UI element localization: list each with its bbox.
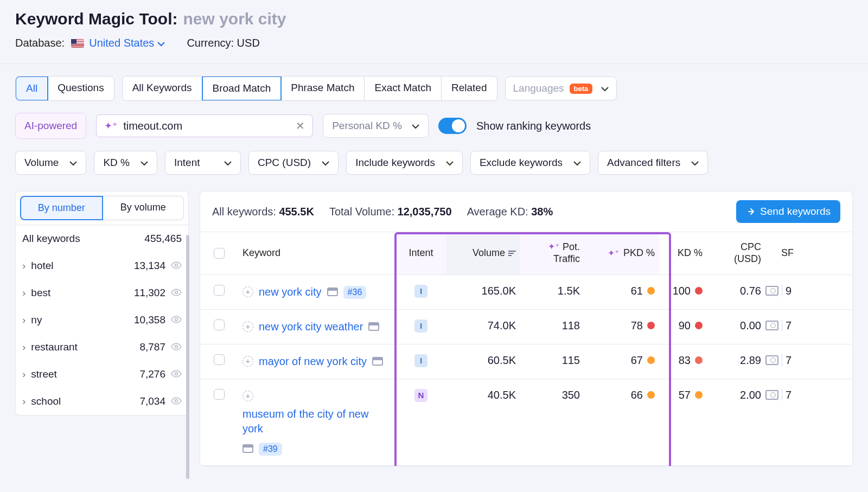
sidebar-tab-by-number[interactable]: By number xyxy=(20,196,103,220)
row-checkbox[interactable] xyxy=(214,285,225,296)
clear-icon[interactable]: ✕ xyxy=(296,119,305,132)
sidebar-all-keywords[interactable]: All keywords 455,465 xyxy=(16,225,188,252)
col-sf[interactable]: SF xyxy=(765,232,798,274)
show-ranking-toggle[interactable] xyxy=(438,118,467,134)
sidebar-item[interactable]: ›best11,302 xyxy=(16,279,188,306)
filter-cpc[interactable]: CPC (USD) xyxy=(248,151,339,175)
chevron-right-icon: › xyxy=(22,314,25,326)
tab-broad-match[interactable]: Broad Match xyxy=(202,76,282,101)
keyword-link[interactable]: new york city xyxy=(259,285,322,299)
eye-icon[interactable] xyxy=(171,341,182,353)
table-row: + museum of the city of new york #39 N 4… xyxy=(200,379,852,466)
serp-features-icon[interactable] xyxy=(765,355,778,365)
eye-icon[interactable] xyxy=(171,368,182,380)
serp-features-icon[interactable] xyxy=(765,321,778,330)
volume-value: 60.5K xyxy=(446,354,520,367)
rank-badge: #36 xyxy=(343,286,367,299)
sf-value: 9 xyxy=(786,285,792,297)
tab-questions[interactable]: Questions xyxy=(48,76,114,100)
row-checkbox[interactable] xyxy=(214,389,225,400)
col-pot-traffic[interactable]: ✦⁺Pot.Traffic xyxy=(520,232,584,274)
row-checkbox[interactable] xyxy=(214,354,225,365)
sidebar-item[interactable]: ›hotel13,134 xyxy=(16,252,188,279)
personal-kd-dropdown[interactable]: Personal KD % xyxy=(323,114,429,138)
add-icon[interactable]: + xyxy=(242,321,253,332)
send-keywords-button[interactable]: Send keywords xyxy=(736,200,840,223)
keyword-link[interactable]: new york city weather xyxy=(259,320,363,334)
table-row: + new york city #36 I 165.0K 1.5K 61 100… xyxy=(200,275,852,310)
database-selector[interactable]: United States xyxy=(89,37,165,49)
col-kd[interactable]: KD % xyxy=(659,232,707,274)
difficulty-dot-icon xyxy=(695,391,703,399)
col-pkd[interactable]: ✦⁺PKD % xyxy=(584,232,659,274)
sidebar-item-count: 7,276 xyxy=(139,368,165,380)
filter-exclude[interactable]: Exclude keywords xyxy=(470,151,590,175)
add-icon[interactable]: + xyxy=(242,356,253,367)
tab-exact-match[interactable]: Exact Match xyxy=(365,76,442,100)
filter-include[interactable]: Include keywords xyxy=(346,151,463,175)
intent-badge: N xyxy=(414,389,427,402)
serp-icon[interactable] xyxy=(327,287,338,296)
sidebar-scrollbar[interactable] xyxy=(186,235,190,492)
sidebar-item[interactable]: ›street7,276 xyxy=(16,361,188,388)
share-icon xyxy=(746,207,756,216)
languages-dropdown[interactable]: Languages beta xyxy=(505,76,617,100)
tab-all[interactable]: All xyxy=(15,76,48,101)
add-icon[interactable]: + xyxy=(242,391,253,401)
kd-value: 100 xyxy=(673,285,691,297)
chevron-right-icon: › xyxy=(22,341,25,353)
cpc-value: 0.76 xyxy=(707,285,765,297)
ai-powered-badge: AI-powered xyxy=(15,113,86,139)
sparkles-icon: ✦⁺ xyxy=(104,120,118,132)
difficulty-dot-icon xyxy=(647,356,655,364)
pot-traffic-value: 350 xyxy=(520,389,584,401)
serp-icon[interactable] xyxy=(368,322,379,331)
chevron-right-icon: › xyxy=(22,287,25,299)
filter-intent[interactable]: Intent xyxy=(165,151,241,175)
add-icon[interactable]: + xyxy=(242,286,253,297)
chevron-down-icon xyxy=(691,157,699,169)
eye-icon[interactable] xyxy=(171,314,182,326)
tab-related[interactable]: Related xyxy=(442,76,497,100)
chevron-down-icon xyxy=(322,157,329,169)
sf-value: 7 xyxy=(786,320,792,332)
sidebar-tab-by-volume[interactable]: By volume xyxy=(103,196,184,220)
serp-icon[interactable] xyxy=(372,357,383,366)
domain-input-wrapper[interactable]: ✦⁺ ✕ xyxy=(96,114,313,137)
sidebar-item[interactable]: ›ny10,358 xyxy=(16,306,188,334)
cpc-value: 2.00 xyxy=(707,389,765,401)
row-checkbox[interactable] xyxy=(214,320,225,330)
cpc-value: 2.89 xyxy=(707,354,765,367)
col-keyword[interactable]: Keyword xyxy=(238,232,395,274)
cpc-value: 0.00 xyxy=(707,320,765,332)
col-cpc[interactable]: CPC(USD) xyxy=(707,232,765,274)
tab-all-keywords[interactable]: All Keywords xyxy=(123,76,202,100)
domain-input[interactable] xyxy=(123,120,290,132)
serp-features-icon[interactable] xyxy=(765,390,778,400)
eye-icon[interactable] xyxy=(171,287,182,299)
eye-icon[interactable] xyxy=(171,395,182,407)
filter-advanced[interactable]: Advanced filters xyxy=(598,151,708,175)
sf-value: 7 xyxy=(786,354,792,367)
chevron-down-icon xyxy=(224,157,232,169)
sidebar-item[interactable]: ›school7,034 xyxy=(16,388,188,415)
keyword-link[interactable]: mayor of new york city xyxy=(259,354,367,369)
serp-icon[interactable] xyxy=(242,444,253,453)
svg-point-4 xyxy=(175,373,178,375)
pkd-value: 78 xyxy=(631,320,643,332)
serp-features-icon[interactable] xyxy=(765,286,778,296)
col-intent[interactable]: Intent xyxy=(395,232,446,274)
sidebar-item-label: ny xyxy=(31,314,42,326)
filter-kd[interactable]: KD % xyxy=(94,151,157,175)
select-all-checkbox[interactable] xyxy=(214,248,225,259)
chevron-right-icon: › xyxy=(22,368,25,380)
tab-phrase-match[interactable]: Phrase Match xyxy=(281,76,365,100)
sparkles-icon: ✦⁺ xyxy=(548,242,559,253)
sidebar-item[interactable]: ›restaurant8,787 xyxy=(16,334,188,361)
keyword-link[interactable]: museum of the city of new york xyxy=(242,407,391,436)
eye-icon[interactable] xyxy=(171,260,182,272)
col-volume[interactable]: Volume xyxy=(446,232,520,274)
filter-volume[interactable]: Volume xyxy=(15,151,86,175)
chevron-down-icon xyxy=(157,37,165,49)
volume-value: 74.0K xyxy=(446,320,520,332)
